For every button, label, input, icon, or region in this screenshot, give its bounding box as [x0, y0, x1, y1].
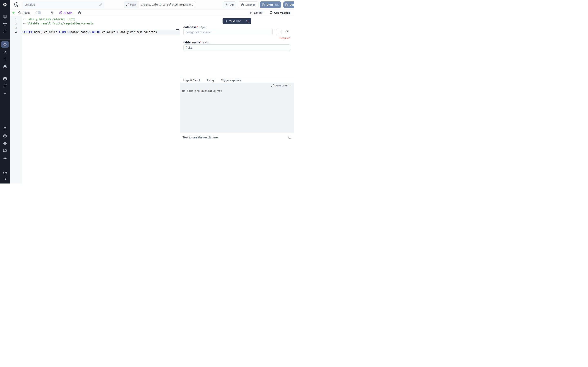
- code-line[interactable]: 3: [10, 26, 180, 30]
- code-line[interactable]: 1-- :daily_minimum_calories (int): [10, 17, 180, 21]
- sidebar-item-favorites[interactable]: [0, 20, 10, 27]
- sidebar-item-workers[interactable]: [0, 140, 10, 147]
- tab-history[interactable]: History: [206, 78, 214, 83]
- code-line[interactable]: 2-- %%table_name%% fruits/vegetables/cer…: [10, 21, 180, 26]
- calendar-icon: [3, 77, 7, 81]
- tab-trigger-captures[interactable]: Trigger captures: [221, 78, 241, 83]
- result-area: Test to see the result here: [180, 133, 294, 184]
- github-icon: [269, 11, 273, 14]
- field-label-database: database* object: [183, 25, 207, 29]
- code-text: SELECT name, calories FROM %%table_name%…: [22, 30, 180, 34]
- windmill-logo[interactable]: [0, 0, 10, 9]
- sidebar: [0, 0, 10, 184]
- required-asterisk: *: [197, 25, 198, 29]
- settings-label: Settings: [245, 3, 255, 6]
- refresh-resource-button[interactable]: [285, 30, 289, 34]
- save-icon: [285, 3, 288, 6]
- home-icon: [3, 43, 7, 47]
- library-label: Library: [254, 11, 262, 14]
- table-name-input[interactable]: [183, 44, 290, 51]
- library-icon: [250, 11, 252, 14]
- code-text: -- :daily_minimum_calories (int): [22, 17, 180, 21]
- dollar-icon: [3, 57, 7, 61]
- sidebar-item-home[interactable]: [0, 41, 10, 48]
- users-icon: [51, 11, 54, 14]
- sidebar-item-workspace[interactable]: [0, 13, 10, 20]
- sidebar-item-settings[interactable]: [0, 132, 10, 140]
- windmill-logo-icon: [2, 2, 7, 7]
- test-button[interactable]: Test ⌘↵: [223, 18, 244, 24]
- editor-settings-button[interactable]: [78, 9, 81, 16]
- code-text: [22, 26, 180, 30]
- collaborators-button[interactable]: [51, 9, 54, 16]
- line-number-gutter: [10, 16, 22, 184]
- use-vscode-label: Use VScode: [274, 11, 290, 14]
- code-line[interactable]: 4SELECT name, calories FROM %%table_name…: [10, 30, 180, 34]
- draft-button[interactable]: Draft ⌘S: [260, 1, 281, 8]
- path-label: Path: [130, 3, 136, 6]
- script-title-box[interactable]: [22, 1, 104, 8]
- auto-scroll-toggle[interactable]: Auto scroll: [271, 84, 292, 87]
- code-editor[interactable]: 1-- :daily_minimum_calories (int)2-- %%t…: [10, 16, 180, 184]
- result-hint: Test to see the result here: [182, 136, 218, 139]
- test-button-group: Test ⌘↵: [223, 18, 251, 24]
- info-icon[interactable]: [288, 136, 292, 139]
- use-vscode-button[interactable]: Use VScode: [269, 9, 290, 16]
- arrow-right-icon: [3, 177, 7, 181]
- plus-icon: [3, 92, 7, 95]
- line-number: 1: [10, 17, 22, 21]
- sidebar-item-search[interactable]: [0, 27, 10, 35]
- diff-label: Diff: [229, 3, 233, 6]
- top-bar: Path u/demo/safe_interpolated_arguments …: [10, 0, 294, 9]
- search-icon: [3, 29, 7, 33]
- check-icon: [290, 84, 292, 87]
- sidebar-item-schedules[interactable]: [0, 75, 10, 82]
- capture-button[interactable]: [244, 18, 251, 24]
- ai-gen-button[interactable]: AI Gen: [59, 9, 72, 16]
- sidebar-item-audit-logs[interactable]: [0, 154, 10, 161]
- editor-toolbar: Reset AI Gen Library Use VScode: [10, 9, 294, 16]
- ai-gen-label: AI Gen: [63, 11, 72, 14]
- field-name: table_name: [183, 41, 200, 44]
- diff-button[interactable]: Diff: [223, 1, 236, 8]
- tab-logs-result[interactable]: Logs & Result: [183, 78, 200, 83]
- play-icon: [3, 50, 7, 54]
- database-input[interactable]: [183, 29, 273, 35]
- library-button[interactable]: Library: [250, 9, 262, 16]
- edit-title-pencil-icon[interactable]: [99, 3, 102, 6]
- script-title-input[interactable]: [25, 3, 99, 6]
- route-icon: [3, 84, 7, 88]
- deploy-label: Deploy: [290, 3, 294, 6]
- help-icon: [3, 171, 7, 175]
- sidebar-item-runs[interactable]: [0, 48, 10, 55]
- reset-button[interactable]: Reset: [18, 9, 30, 16]
- add-resource-button[interactable]: [276, 29, 282, 35]
- multiplayer-toggle[interactable]: [35, 11, 41, 14]
- test-panel: Test ⌘↵ database* object Required table_…: [180, 16, 294, 184]
- logs-area: Auto scroll No logs are available yet: [180, 83, 294, 133]
- expand-icon[interactable]: [271, 84, 274, 87]
- sidebar-item-variables[interactable]: [0, 55, 10, 63]
- save-icon: [262, 3, 265, 6]
- sidebar-item-account[interactable]: [0, 125, 10, 132]
- sidebar-item-expand[interactable]: [0, 175, 10, 183]
- sidebar-item-flows[interactable]: [0, 82, 10, 90]
- building-icon: [3, 15, 7, 18]
- field-label-table-name: table_name* string: [183, 41, 209, 44]
- folder-icon: [3, 149, 7, 152]
- gear-icon: [241, 3, 244, 6]
- deploy-button[interactable]: Deploy: [283, 1, 294, 8]
- wand-sparkles-icon: [59, 11, 62, 14]
- path-field[interactable]: Path u/demo/safe_interpolated_arguments: [124, 1, 196, 8]
- plus-icon: [277, 31, 280, 34]
- test-label: Test: [229, 20, 235, 23]
- settings-button[interactable]: Settings: [238, 1, 259, 8]
- field-type: string: [203, 41, 209, 44]
- sidebar-item-resources[interactable]: [0, 63, 10, 70]
- sidebar-item-folders[interactable]: [0, 147, 10, 154]
- auto-scroll-label: Auto scroll: [275, 84, 288, 87]
- postgresql-icon: [13, 2, 19, 7]
- sidebar-item-add[interactable]: [0, 90, 10, 97]
- line-number: 3: [10, 26, 22, 30]
- status-dot: [12, 12, 15, 14]
